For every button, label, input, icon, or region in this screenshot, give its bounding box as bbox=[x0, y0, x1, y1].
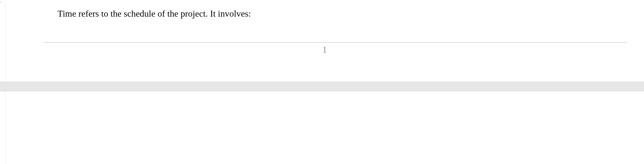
next-document-page[interactable] bbox=[5, 91, 644, 164]
page-gap bbox=[0, 82, 644, 91]
page-number: 1 bbox=[5, 45, 644, 55]
footer-divider bbox=[43, 42, 627, 43]
cursor-indicator: ⌐ bbox=[0, 0, 2, 4]
body-paragraph[interactable]: Time refers to the schedule of the proje… bbox=[57, 7, 251, 20]
document-page[interactable]: Time refers to the schedule of the proje… bbox=[5, 0, 644, 82]
